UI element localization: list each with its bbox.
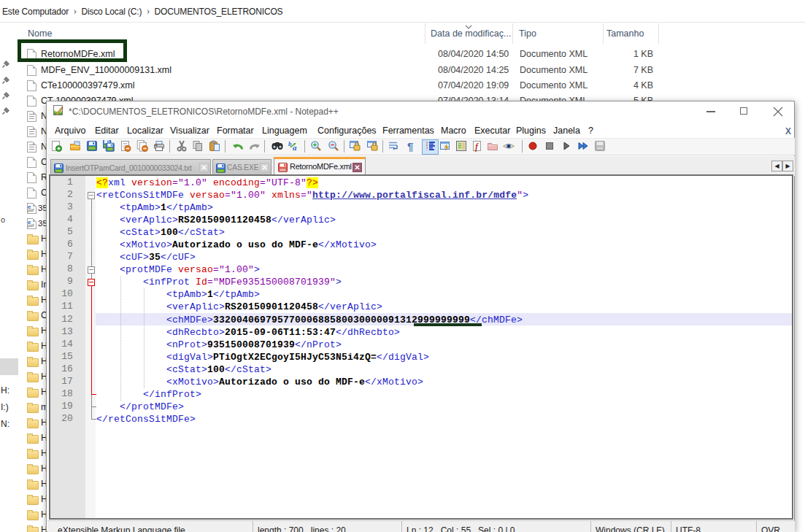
svg-text:¶: ¶: [407, 140, 413, 152]
